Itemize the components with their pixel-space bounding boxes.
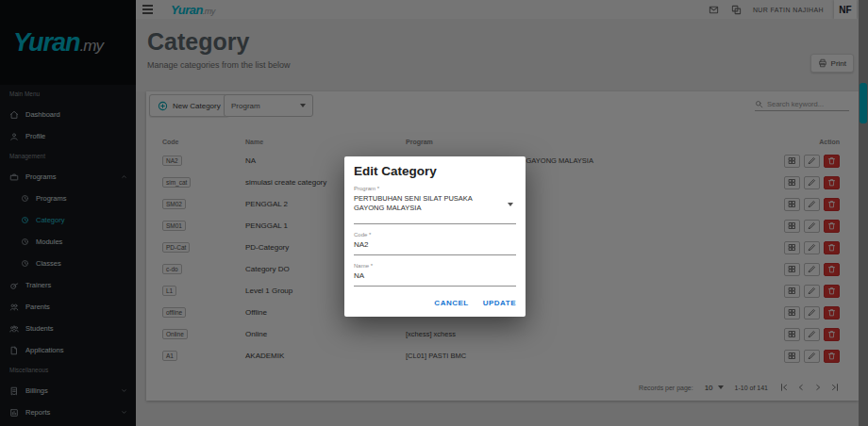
program-field: Program * PERTUBUHAN SENI SILAT PUSAKA G…: [354, 186, 516, 224]
app-root: Yuran.my Main Menu Dashboard Profile Man…: [0, 0, 868, 426]
name-field: Name *: [354, 263, 516, 287]
cancel-button[interactable]: CANCEL: [434, 299, 468, 307]
program-field-label: Program *: [354, 186, 516, 191]
caret-down-icon: [508, 203, 513, 206]
program-select-value: PERTUBUHAN SENI SILAT PUSAKA GAYONG MALA…: [354, 194, 501, 213]
modal-actions: CANCEL UPDATE: [354, 299, 516, 307]
code-input[interactable]: [354, 238, 516, 255]
program-select[interactable]: PERTUBUHAN SENI SILAT PUSAKA GAYONG MALA…: [354, 194, 516, 224]
modal-title: Edit Category: [354, 164, 516, 178]
name-input[interactable]: [354, 269, 516, 287]
update-button[interactable]: UPDATE: [483, 299, 516, 307]
edit-category-modal: Edit Category Program * PERTUBUHAN SENI …: [344, 156, 526, 317]
code-field: Code *: [354, 232, 516, 255]
